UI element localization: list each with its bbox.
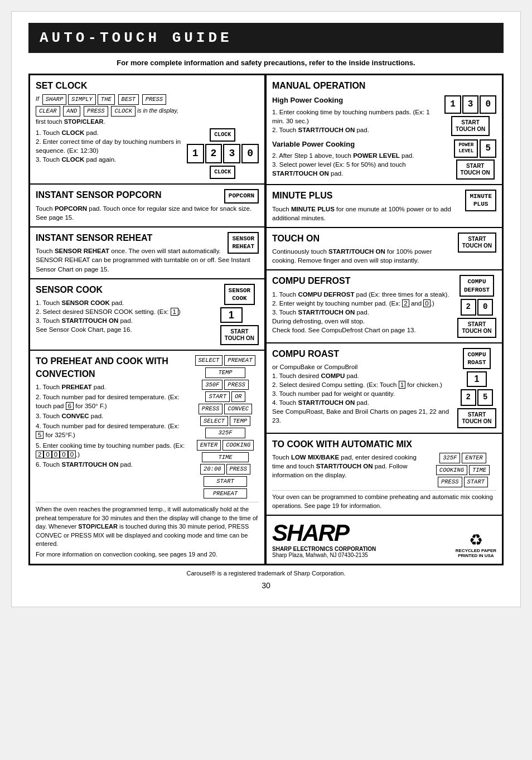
- compu-defrost-text: COMPU DEFROST 1. Touch COMPU DEFROST pad…: [272, 275, 457, 335]
- compu-defrost-start: STARTTOUCH ON: [457, 318, 496, 338]
- sensor-reheat-section: SENSORREHEAT INSTANT SENSOR REHEAT Touch…: [30, 227, 265, 279]
- preheat-row11: START: [204, 476, 247, 487]
- compu-defrost-title: COMPU DEFROST: [272, 275, 453, 287]
- recycled-icon: ♻: [456, 533, 496, 548]
- preheat-row9: TIME: [202, 452, 248, 463]
- preheat-row1: SELECT PREHEAT: [195, 355, 256, 366]
- right-column: MANUAL OPERATION 1 3 0 STARTTOUCH ON Hig…: [266, 75, 502, 564]
- auto-mix-footer: Your oven can be programmed to combine p…: [272, 490, 496, 510]
- compu-defrost-section: COMPU DEFROST 1. Touch COMPU DEFROST pad…: [266, 270, 502, 342]
- preheat-row5: PRESS CONVEC: [199, 404, 252, 414]
- clock-number-display: 1 2 3 0: [187, 144, 259, 163]
- variable-power-start: STARTTOUCH ON: [456, 159, 495, 180]
- auto-mix-row1: 325F ENTER: [439, 453, 486, 463]
- left-column: SET CLOCK If SHARP SIMPLY THE BEST PRESS…: [30, 75, 266, 564]
- auto-mix-title: TO COOK WITH AUTOMATIC MIX: [272, 438, 496, 451]
- page: AUTO-TOUCH GUIDE For more complete infor…: [11, 11, 521, 607]
- preheat-row4: START OR: [205, 391, 245, 402]
- compu-roast-steps: or CompuBake or CompuBroil 1. Touch desi…: [272, 362, 453, 425]
- sensor-reheat-title: INSTANT SENSOR REHEAT: [36, 232, 259, 244]
- compu-defrost-display: 2 0: [461, 299, 494, 316]
- preheat-row12: PREHEAT: [204, 488, 247, 499]
- high-power-start: STARTTOUCH ON: [451, 116, 490, 136]
- clock-label-bottom: CLOCK: [210, 166, 235, 179]
- high-power-display: 1 3 0: [444, 95, 496, 113]
- set-clock-section: SET CLOCK If SHARP SIMPLY THE BEST PRESS…: [30, 75, 265, 184]
- variable-power-display: POWERLEVEL 5: [454, 139, 496, 158]
- clock-label-top: CLOCK: [210, 128, 235, 142]
- touch-on-button: STARTTOUCH ON: [458, 233, 496, 253]
- preheat-row3: 350F PRESS: [202, 380, 249, 390]
- compu-defrost-btn: COMPUDEFROST: [460, 275, 494, 297]
- sensor-popcorn-text: Touch POPCORN pad. Touch once for regula…: [36, 204, 259, 222]
- variable-power: POWERLEVEL 5 STARTTOUCH ON Variable Powe…: [272, 139, 496, 180]
- compu-roast-text: COMPU ROAST or CompuBake or CompuBroil 1…: [272, 348, 457, 425]
- compu-roast-inner: COMPU ROAST or CompuBake or CompuBroil 1…: [272, 348, 496, 428]
- preheat-text-col: TO PREHEAT AND COOK WITH CONVECTION 1. T…: [36, 355, 192, 469]
- clock-display-area: CLOCK 1 2 3 0 CLOCK: [187, 128, 259, 179]
- touch-on-section: STARTTOUCH ON TOUCH ON Continuously touc…: [266, 227, 502, 270]
- compu-defrost-buttons: COMPUDEFROST 2 0 STARTTOUCH ON: [457, 275, 496, 337]
- preheat-inner: TO PREHEAT AND COOK WITH CONVECTION 1. T…: [36, 355, 259, 498]
- recycled-area: ♻ RECYCLED PAPERPRINTED IN USA: [456, 533, 496, 558]
- auto-mix-text: Touch LOW MIX/BAKE pad, enter desired co…: [272, 453, 429, 480]
- high-power: 1 3 0 STARTTOUCH ON High Power Cooking 1…: [272, 95, 496, 135]
- manual-operation-title: MANUAL OPERATION: [272, 80, 496, 92]
- compu-roast-display1: 1: [467, 371, 487, 387]
- compu-roast-buttons: COMPUROAST 1 2 5 STARTTOUCH ON: [457, 348, 496, 428]
- set-clock-title: SET CLOCK: [36, 80, 259, 92]
- sensor-cook-buttons: SENSORCOOK 1 STARTTOUCH ON: [220, 284, 259, 346]
- company-address: Sharp Plaza, Mahwah, NJ 07430-2135: [272, 552, 376, 558]
- preheat-row10: 20:00 PRESS: [200, 464, 250, 475]
- sharp-logo-area: SHARP SHARP ELECTRONICS CORPORATION Shar…: [272, 521, 376, 558]
- set-clock-line2: CLEAR AND PRESS CLOCK is in the display,: [36, 106, 259, 117]
- sensor-reheat-button: SENSORREHEAT: [228, 232, 259, 254]
- minute-plus-button: MINUTEPLUS: [465, 190, 496, 211]
- popcorn-button: POPCORN: [224, 189, 259, 203]
- preheat-title: TO PREHEAT AND COOK WITH CONVECTION: [36, 355, 187, 380]
- sensor-cook-display: 1: [220, 307, 243, 323]
- set-clock-line3: first touch STOP/CLEAR.: [36, 118, 259, 126]
- preheat-steps: 1. Touch PREHEAT pad. 2. Touch number pa…: [36, 383, 187, 469]
- preheat-buttons-col: SELECT PREHEAT TEMP 350F PRESS START O: [192, 355, 259, 498]
- auto-mix-row2: COOKING TIME: [436, 465, 490, 476]
- compu-defrost-steps: 1. Touch COMPU DEFROST pad (Ex: three ti…: [272, 290, 453, 335]
- trademark-text: Carousel® is a registered trademark of S…: [28, 570, 504, 577]
- page-title: AUTO-TOUCH GUIDE: [28, 23, 504, 53]
- compu-roast-title: COMPU ROAST: [272, 348, 453, 360]
- compu-roast-start: STARTTOUCH ON: [457, 408, 496, 428]
- auto-mix-inner: Touch LOW MIX/BAKE pad, enter desired co…: [272, 453, 496, 487]
- set-clock-line1: If SHARP SIMPLY THE BEST PRESS: [36, 94, 259, 105]
- sensor-cook-start: STARTTOUCH ON: [220, 325, 259, 345]
- auto-mix-section: TO COOK WITH AUTOMATIC MIX Touch LOW MIX…: [266, 433, 502, 515]
- recycled-text: RECYCLED PAPERPRINTED IN USA: [456, 548, 496, 558]
- page-number: 30: [28, 581, 504, 590]
- manual-operation-section: MANUAL OPERATION 1 3 0 STARTTOUCH ON Hig…: [266, 75, 502, 185]
- auto-mix-buttons: 325F ENTER COOKING TIME PRESS START: [429, 453, 496, 487]
- preheat-footer1: When the oven reaches the programmed tem…: [36, 502, 259, 548]
- preheat-row8: ENTER COOKING: [197, 440, 254, 451]
- sensor-cook-section: SENSORCOOK 1 STARTTOUCH ON SENSOR COOK 1…: [30, 279, 265, 351]
- minute-plus-text: Touch MINUTE PLUS for one munute at 100%…: [272, 205, 496, 222]
- sensor-reheat-text: Touch SENSOR REHEAT once. The oven will …: [36, 246, 259, 273]
- minute-plus-title: MINUTE PLUS: [272, 190, 496, 202]
- compu-roast-btn: COMPUROAST: [463, 348, 490, 370]
- preheat-footer2: For more information on convection cooki…: [36, 550, 259, 559]
- minute-plus-section: MINUTEPLUS MINUTE PLUS Touch MINUTE PLUS…: [266, 185, 502, 227]
- compu-roast-display2: 2 5: [461, 389, 494, 406]
- preheat-section: TO PREHEAT AND COOK WITH CONVECTION 1. T…: [30, 350, 265, 564]
- main-grid: SET CLOCK If SHARP SIMPLY THE BEST PRESS…: [28, 74, 504, 565]
- preheat-row2: TEMP: [205, 367, 245, 378]
- sharp-footer-section: SHARP SHARP ELECTRONICS CORPORATION Shar…: [266, 515, 502, 564]
- preheat-row6: SELECT TEMP: [200, 416, 250, 427]
- sensor-popcorn-section: POPCORN INSTANT SENSOR POPCORN Touch POP…: [30, 184, 265, 227]
- auto-mix-row3: PRESS START: [438, 477, 488, 487]
- compu-roast-section: COMPU ROAST or CompuBake or CompuBroil 1…: [266, 343, 502, 433]
- sharp-logo: SHARP: [272, 521, 376, 545]
- compu-defrost-inner: COMPU DEFROST 1. Touch COMPU DEFROST pad…: [272, 275, 496, 337]
- variable-power-buttons: POWERLEVEL 5 STARTTOUCH ON: [454, 139, 496, 180]
- preheat-row7: 325F: [205, 428, 245, 438]
- subtitle: For more complete information and safety…: [28, 59, 504, 67]
- high-power-buttons: 1 3 0 STARTTOUCH ON: [444, 95, 496, 135]
- company-name: SHARP ELECTRONICS CORPORATION: [272, 546, 376, 552]
